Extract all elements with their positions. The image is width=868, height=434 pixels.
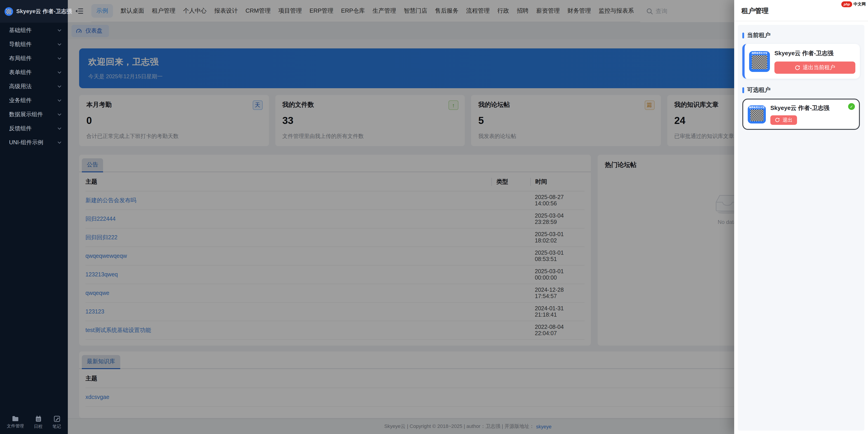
tenant-drawer: 租户管理 当前租户 推荐使用支付宝 Skyeye云 作者-卫志强 bbox=[734, 0, 868, 434]
tenant-name: Skyeye云 作者-卫志强 bbox=[774, 50, 834, 57]
sidebar-menu: 基础组件 导航组件 布局组件 表单组件 高级用法 业务组件 bbox=[0, 23, 68, 412]
drawer-body: 当前租户 推荐使用支付宝 Skyeye云 作者-卫志强 退出当前租户 bbox=[734, 21, 868, 434]
button-label: 退出当前租户 bbox=[803, 64, 835, 71]
logout-icon bbox=[795, 65, 800, 70]
sidebar-item-label: 基础组件 bbox=[9, 27, 32, 34]
section-label: 可选租户 bbox=[747, 86, 771, 94]
sidebar-item-label: 表单组件 bbox=[9, 69, 32, 77]
section-label: 当前租户 bbox=[747, 31, 771, 39]
sidebar-item-label: 数据展示组件 bbox=[9, 111, 43, 118]
tenant-info: Skyeye云 作者-卫志强 退出当前租户 bbox=[774, 49, 855, 74]
section-marker bbox=[742, 87, 744, 93]
chevron-down-icon bbox=[57, 70, 61, 75]
chevron-down-icon bbox=[57, 127, 61, 131]
file-manager-button[interactable]: 文件管理 bbox=[7, 415, 24, 430]
chevron-down-icon bbox=[57, 57, 61, 61]
chevron-down-icon bbox=[57, 29, 61, 33]
php-cn-watermark: php 中文网 bbox=[842, 1, 866, 7]
qr-caption: 推荐使用支付宝 bbox=[749, 105, 765, 109]
sidebar-item-form-components[interactable]: 表单组件 bbox=[0, 65, 68, 80]
chevron-down-icon bbox=[57, 98, 61, 103]
app-window: Skyeye云 作者-卫志强 基础组件 导航组件 布局组件 表单组件 高级用法 bbox=[0, 0, 868, 434]
qr-image bbox=[752, 55, 767, 69]
current-tenant-section-title: 当前租户 bbox=[742, 31, 860, 39]
tool-label: 笔记 bbox=[53, 424, 61, 430]
sidebar-item-label: UNI-组件示例 bbox=[9, 139, 43, 147]
chevron-down-icon bbox=[57, 141, 61, 145]
logout-tenant-button[interactable]: 退出 bbox=[770, 115, 797, 125]
qr-image bbox=[750, 109, 763, 121]
php-logo-icon: php bbox=[842, 1, 852, 7]
qr-caption: 推荐使用支付宝 bbox=[752, 51, 767, 55]
tool-label: 文件管理 bbox=[7, 423, 24, 429]
calendar-icon bbox=[35, 415, 41, 422]
sidebar: Skyeye云 作者-卫志强 基础组件 导航组件 布局组件 表单组件 高级用法 bbox=[0, 0, 68, 434]
app-logo: Skyeye云 作者-卫志强 bbox=[0, 0, 68, 23]
button-label: 退出 bbox=[782, 117, 793, 123]
section-marker bbox=[742, 32, 744, 38]
current-tenant-card: 推荐使用支付宝 Skyeye云 作者-卫志强 退出当前租户 bbox=[742, 44, 860, 79]
optional-tenant-card[interactable]: 推荐使用支付宝 Skyeye云 作者-卫志强 退出 ✓ bbox=[742, 98, 860, 130]
logout-current-tenant-button[interactable]: 退出当前租户 bbox=[774, 61, 855, 74]
tenant-qr-code: 推荐使用支付宝 bbox=[748, 105, 766, 123]
sidebar-item-label: 业务组件 bbox=[9, 97, 32, 105]
selected-check-icon: ✓ bbox=[848, 103, 855, 110]
logout-icon bbox=[775, 118, 780, 122]
sidebar-item-data-display[interactable]: 数据展示组件 bbox=[0, 108, 68, 122]
sidebar-item-business-components[interactable]: 业务组件 bbox=[0, 94, 68, 108]
tenant-name: Skyeye云 作者-卫志强 bbox=[770, 105, 830, 111]
chevron-down-icon bbox=[57, 85, 61, 89]
sidebar-bottom-tools: 文件管理 日程 笔记 bbox=[0, 412, 68, 434]
sidebar-item-nav-components[interactable]: 导航组件 bbox=[0, 37, 68, 52]
sidebar-item-advanced-usage[interactable]: 高级用法 bbox=[0, 80, 68, 94]
tenant-info: Skyeye云 作者-卫志强 退出 bbox=[770, 104, 855, 125]
sidebar-item-basic-components[interactable]: 基础组件 bbox=[0, 24, 68, 37]
notes-button[interactable]: 笔记 bbox=[53, 415, 61, 430]
sidebar-item-feedback-components[interactable]: 反馈组件 bbox=[0, 122, 68, 136]
tenant-panel: 当前租户 推荐使用支付宝 Skyeye云 作者-卫志强 退出当前租户 bbox=[738, 25, 864, 430]
sidebar-item-label: 导航组件 bbox=[9, 41, 32, 49]
chevron-down-icon bbox=[57, 42, 61, 47]
optional-tenant-section-title: 可选租户 bbox=[742, 86, 860, 94]
folder-icon bbox=[12, 415, 19, 421]
note-edit-icon bbox=[54, 415, 60, 422]
tool-label: 日程 bbox=[34, 424, 42, 430]
watermark-text: 中文网 bbox=[854, 1, 866, 7]
sidebar-item-uni-examples[interactable]: UNI-组件示例 bbox=[0, 136, 68, 150]
sidebar-item-label: 布局组件 bbox=[9, 55, 32, 62]
schedule-button[interactable]: 日程 bbox=[34, 415, 42, 430]
chevron-down-icon bbox=[57, 113, 61, 117]
sidebar-item-layout-components[interactable]: 布局组件 bbox=[0, 52, 68, 65]
logo-qr-icon bbox=[4, 7, 13, 16]
app-title: Skyeye云 作者-卫志强 bbox=[16, 7, 72, 15]
sidebar-item-label: 高级用法 bbox=[9, 83, 32, 90]
tenant-qr-code: 推荐使用支付宝 bbox=[749, 51, 770, 72]
sidebar-item-label: 反馈组件 bbox=[9, 125, 32, 133]
